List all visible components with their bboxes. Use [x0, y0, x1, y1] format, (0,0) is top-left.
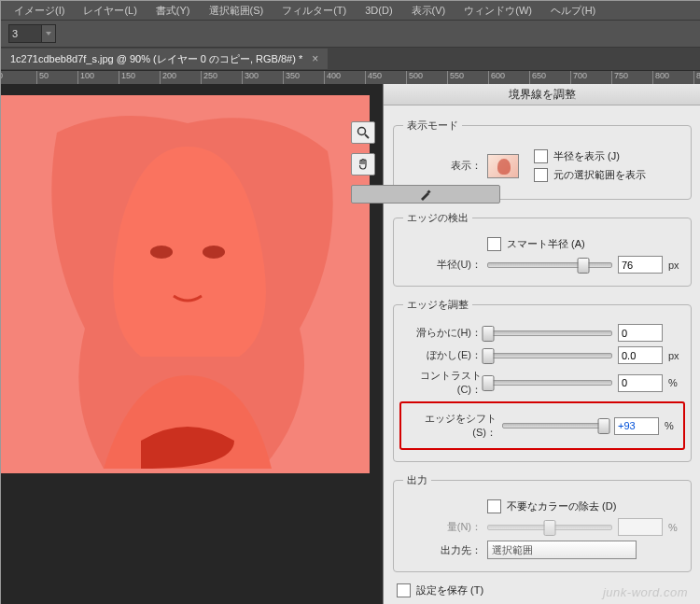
shift-edge-label: エッジをシフト (S)： — [407, 412, 497, 440]
menu-image[interactable]: イメージ(I) — [7, 2, 72, 20]
mask-overlay — [1, 95, 370, 473]
amount-field — [618, 518, 663, 536]
refine-brush-tool[interactable] — [351, 185, 500, 204]
remember-settings-label: 設定を保存 (T) — [416, 583, 483, 597]
view-mode-thumbnail[interactable] — [487, 154, 519, 178]
smooth-label: 滑らかに(H)： — [403, 326, 482, 340]
panel-tools — [351, 121, 375, 204]
radius-field[interactable] — [618, 256, 663, 274]
refine-edge-panel: 境界線を調整 表示モード 表示： 半径を表示 (J) 元の選択範囲を表示 エッジ… — [383, 84, 700, 604]
menu-bar: イメージ(I) レイヤー(L) 書式(Y) 選択範囲(S) フィルター(T) 3… — [1, 1, 700, 20]
amount-unit: % — [668, 522, 681, 533]
menu-select[interactable]: 選択範囲(S) — [202, 2, 272, 20]
output-legend: 出力 — [403, 473, 431, 487]
document-tab-title: 1c271cdbeb8d7f_s.jpg @ 90% (レイヤー 0 のコピー,… — [10, 52, 302, 66]
contrast-label: コントラスト(C)： — [403, 369, 482, 397]
edge-detection-legend: エッジの検出 — [403, 211, 472, 225]
shift-edge-slider[interactable] — [502, 423, 609, 428]
show-original-label: 元の選択範囲を表示 — [553, 168, 646, 182]
menu-window[interactable]: ウィンドウ(W) — [456, 2, 539, 20]
decontaminate-label: 不要なカラーの除去 (D) — [507, 499, 616, 513]
panel-title: 境界線を調整 — [384, 84, 700, 105]
feather-field[interactable] — [618, 346, 663, 364]
output-to-select[interactable]: 選択範囲 — [487, 541, 637, 559]
show-radius-label: 半径を表示 (J) — [553, 149, 620, 163]
show-label: 表示： — [403, 159, 482, 173]
brush-size-input[interactable] — [8, 24, 56, 43]
options-bar — [1, 20, 700, 48]
document-tab-bar: 1c271cdbeb8d7f_s.jpg @ 90% (レイヤー 0 のコピー,… — [1, 48, 700, 71]
contrast-field[interactable] — [618, 374, 663, 392]
adjust-edge-group: エッジを調整 滑らかに(H)： ぼかし(E)： px コントラスト(C)： — [393, 298, 692, 462]
contrast-unit: % — [668, 377, 681, 388]
brush-size-field[interactable] — [8, 24, 42, 43]
output-group: 出力 不要なカラーの除去 (D) 量(N)： % 出力先： 選択範囲 — [393, 473, 692, 572]
shift-edge-unit: % — [665, 420, 678, 431]
close-icon[interactable]: × — [312, 52, 318, 65]
watermark: junk-word.com — [603, 585, 688, 599]
show-radius-checkbox[interactable] — [534, 149, 548, 163]
document-tab[interactable]: 1c271cdbeb8d7f_s.jpg @ 90% (レイヤー 0 のコピー,… — [1, 49, 328, 69]
radius-unit: px — [668, 260, 681, 271]
edge-detection-group: エッジの検出 スマート半径 (A) 半径(U)： px — [393, 211, 692, 287]
output-to-label: 出力先： — [403, 543, 482, 557]
feather-label: ぼかし(E)： — [403, 348, 482, 362]
feather-slider[interactable] — [487, 353, 612, 358]
menu-3d[interactable]: 3D(D) — [357, 3, 399, 18]
menu-layer[interactable]: レイヤー(L) — [76, 2, 144, 20]
show-original-checkbox[interactable] — [534, 168, 548, 182]
feather-unit: px — [668, 350, 681, 361]
menu-filter[interactable]: フィルター(T) — [274, 2, 354, 20]
menu-type[interactable]: 書式(Y) — [148, 2, 198, 20]
shift-edge-field[interactable] — [614, 417, 659, 435]
smooth-slider[interactable] — [487, 330, 612, 336]
zoom-tool[interactable] — [351, 121, 375, 144]
menu-help[interactable]: ヘルプ(H) — [543, 2, 603, 20]
hand-tool[interactable] — [351, 153, 375, 176]
view-mode-legend: 表示モード — [403, 119, 462, 133]
radius-label: 半径(U)： — [403, 258, 482, 272]
amount-label: 量(N)： — [403, 520, 482, 534]
remember-settings-checkbox[interactable] — [397, 583, 411, 597]
svg-line-5 — [365, 134, 369, 138]
adjust-edge-legend: エッジを調整 — [403, 298, 472, 312]
radius-slider[interactable] — [487, 262, 612, 268]
smart-radius-checkbox[interactable] — [487, 237, 501, 251]
decontaminate-checkbox[interactable] — [487, 499, 501, 513]
contrast-slider[interactable] — [487, 380, 612, 386]
smooth-field[interactable] — [618, 324, 663, 342]
amount-slider — [487, 525, 612, 530]
document-canvas[interactable] — [1, 95, 370, 473]
svg-point-4 — [358, 128, 366, 135]
brush-size-dropdown[interactable] — [42, 24, 56, 43]
smart-radius-label: スマート半径 (A) — [507, 237, 585, 251]
menu-view[interactable]: 表示(V) — [404, 2, 454, 20]
